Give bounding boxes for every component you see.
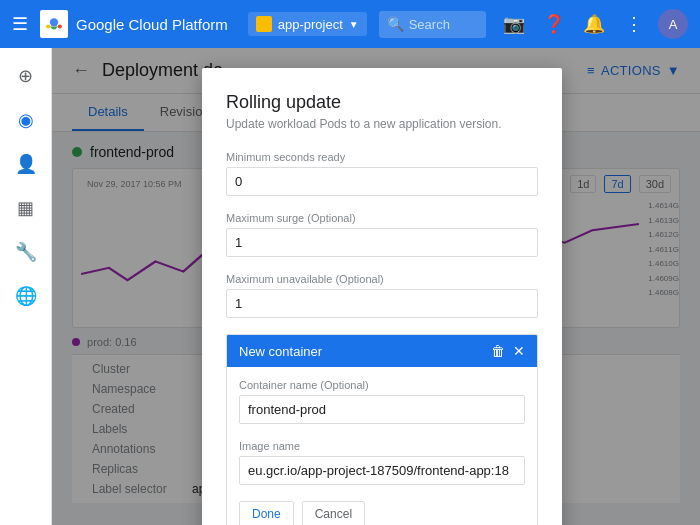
notifications-icon[interactable]: 📷 <box>498 8 530 40</box>
image-name-label: Image name <box>239 440 525 452</box>
main-layout: ⊕ ◉ 👤 ▦ 🔧 🌐 ← Deployment de ≡ ACTIONS ▼ … <box>0 48 700 525</box>
svg-point-2 <box>58 24 62 28</box>
sidebar-users-icon[interactable]: 👤 <box>6 144 46 184</box>
content-area: ← Deployment de ≡ ACTIONS ▼ Details Revi… <box>52 48 700 525</box>
min-seconds-input[interactable] <box>226 167 538 196</box>
user-avatar[interactable]: A <box>658 9 688 39</box>
project-name: app-project <box>278 17 343 32</box>
topbar-title: Google Cloud Platform <box>76 16 228 33</box>
close-container-button[interactable]: ✕ <box>513 343 525 359</box>
more-vert-icon[interactable]: ⋮ <box>618 8 650 40</box>
min-seconds-label: Minimum seconds ready <box>226 151 538 163</box>
max-surge-field: Maximum surge (Optional) <box>226 212 538 257</box>
delete-container-button[interactable]: 🗑 <box>491 343 505 359</box>
modal-overlay: Rolling update Update workload Pods to a… <box>52 48 700 525</box>
help-icon[interactable]: ❓ <box>538 8 570 40</box>
cancel-container-button[interactable]: Cancel <box>302 501 365 525</box>
sidebar-grid-icon[interactable]: ▦ <box>6 188 46 228</box>
search-wrapper: 🔍 <box>379 11 486 38</box>
topbar-icons: 📷 ❓ 🔔 ⋮ A <box>498 8 688 40</box>
svg-point-0 <box>50 18 58 26</box>
topbar-logo: Google Cloud Platform <box>40 10 228 38</box>
bell-icon[interactable]: 🔔 <box>578 8 610 40</box>
menu-icon[interactable]: ☰ <box>12 13 28 35</box>
container-card-footer: Done Cancel <box>239 501 525 525</box>
container-name-label: Container name (Optional) <box>239 379 525 391</box>
rolling-update-modal: Rolling update Update workload Pods to a… <box>202 68 562 525</box>
max-surge-input[interactable] <box>226 228 538 257</box>
sidebar-home-icon[interactable]: ⊕ <box>6 56 46 96</box>
container-card-actions: 🗑 ✕ <box>491 343 525 359</box>
max-unavailable-label: Maximum unavailable (Optional) <box>226 273 538 285</box>
modal-title: Rolling update <box>226 92 538 113</box>
container-name-field: Container name (Optional) <box>239 379 525 424</box>
search-icon: 🔍 <box>387 16 404 32</box>
container-card-title: New container <box>239 344 322 359</box>
container-card-header: New container 🗑 ✕ <box>227 335 537 367</box>
min-seconds-field: Minimum seconds ready <box>226 151 538 196</box>
max-surge-label: Maximum surge (Optional) <box>226 212 538 224</box>
image-name-input[interactable] <box>239 456 525 485</box>
container-name-input[interactable] <box>239 395 525 424</box>
svg-point-1 <box>46 24 50 28</box>
max-unavailable-field: Maximum unavailable (Optional) <box>226 273 538 318</box>
gcp-logo-icon <box>40 10 68 38</box>
done-button[interactable]: Done <box>239 501 294 525</box>
container-card: New container 🗑 ✕ Container name (Option… <box>226 334 538 525</box>
project-selector[interactable]: app-project ▼ <box>248 12 367 36</box>
max-unavailable-input[interactable] <box>226 289 538 318</box>
project-icon <box>256 16 272 32</box>
topbar: ☰ Google Cloud Platform app-project ▼ 🔍 … <box>0 0 700 48</box>
sidebar-globe-icon[interactable]: 🌐 <box>6 276 46 316</box>
sidebar: ⊕ ◉ 👤 ▦ 🔧 🌐 <box>0 48 52 525</box>
image-name-field: Image name <box>239 440 525 485</box>
sidebar-workloads-icon[interactable]: ◉ <box>6 100 46 140</box>
project-dropdown-arrow: ▼ <box>349 19 359 30</box>
sidebar-settings-icon[interactable]: 🔧 <box>6 232 46 272</box>
modal-subtitle: Update workload Pods to a new applicatio… <box>226 117 538 131</box>
container-card-body: Container name (Optional) Image name Don… <box>227 367 537 525</box>
